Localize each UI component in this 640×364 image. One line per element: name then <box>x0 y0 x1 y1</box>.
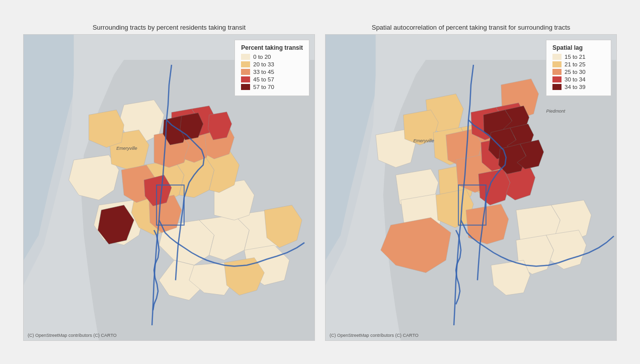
map1-credit: (C) OpenStreetMap contributors (C) CARTO <box>28 333 117 338</box>
legend-label-3: 45 to 57 <box>253 76 274 82</box>
map1-legend: Percent taking transit 0 to 20 20 to 33 … <box>234 40 309 96</box>
map2-legend-label-3: 30 to 34 <box>565 76 586 82</box>
svg-text:Emeryville: Emeryville <box>116 146 137 151</box>
legend-item-4: 57 to 70 <box>241 84 303 90</box>
svg-text:Emeryville: Emeryville <box>413 138 434 143</box>
map2-legend-label-0: 15 to 21 <box>565 54 586 60</box>
map2-swatch-0 <box>552 54 562 60</box>
main-container: Surrounding tracts by percent residents … <box>0 0 640 364</box>
map2-legend-label-2: 25 to 30 <box>565 69 586 75</box>
map2-title: Spatial autocorrelation of percent takin… <box>372 24 571 31</box>
legend-item-0: 0 to 20 <box>241 54 303 60</box>
map1-legend-title: Percent taking transit <box>241 44 303 51</box>
swatch-0 <box>241 54 250 60</box>
map2-legend-item-4: 34 to 39 <box>552 84 605 90</box>
svg-text:Piedmont: Piedmont <box>546 108 565 113</box>
map2-swatch-1 <box>552 61 562 67</box>
map1-wrapper: Emeryville Percent taking transit 0 to 2… <box>23 34 315 341</box>
map2-legend-item-3: 30 to 34 <box>552 76 605 82</box>
map2-swatch-2 <box>552 69 562 75</box>
map2-legend-label-4: 34 to 39 <box>565 84 586 90</box>
legend-label-4: 57 to 70 <box>253 84 274 90</box>
map2-legend: Spatial lag 15 to 21 21 to 25 25 to 30 3… <box>546 40 611 96</box>
map2-legend-item-2: 25 to 30 <box>552 69 605 75</box>
map1-panel: Surrounding tracts by percent residents … <box>23 24 315 341</box>
swatch-1 <box>241 61 250 67</box>
legend-item-3: 45 to 57 <box>241 76 303 82</box>
legend-label-1: 20 to 33 <box>253 61 274 67</box>
map2-swatch-3 <box>552 76 562 82</box>
map2-legend-item-1: 21 to 25 <box>552 61 605 67</box>
legend-label-2: 33 to 45 <box>253 69 274 75</box>
map2-legend-title: Spatial lag <box>552 44 605 51</box>
map1-title: Surrounding tracts by percent residents … <box>93 24 246 31</box>
map2-panel: Spatial autocorrelation of percent takin… <box>325 24 617 341</box>
legend-item-1: 20 to 33 <box>241 61 303 67</box>
swatch-4 <box>241 84 250 90</box>
legend-label-0: 0 to 20 <box>253 54 271 60</box>
swatch-3 <box>241 76 250 82</box>
map2-credit: (C) OpenStreetMap contributors (C) CARTO <box>330 333 419 338</box>
swatch-2 <box>241 69 250 75</box>
map2-swatch-4 <box>552 84 562 90</box>
map2-wrapper: Emeryville Piedmont Spatial lag 15 to 21… <box>325 34 617 341</box>
map2-legend-label-1: 21 to 25 <box>565 61 586 67</box>
legend-item-2: 33 to 45 <box>241 69 303 75</box>
map2-legend-item-0: 15 to 21 <box>552 54 605 60</box>
